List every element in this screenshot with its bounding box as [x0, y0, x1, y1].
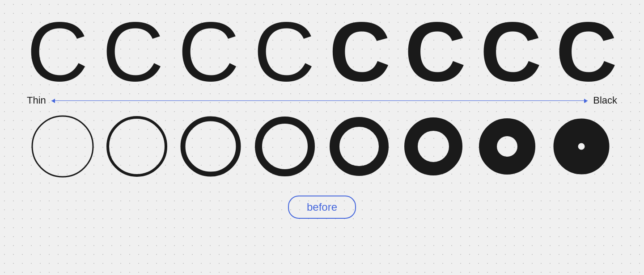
circle-item-7	[546, 111, 617, 182]
glyph-c-300: C	[178, 9, 239, 94]
circle-item-5	[398, 111, 469, 182]
glyph-c-200: C	[102, 9, 164, 94]
arrow-line	[51, 100, 588, 101]
svg-point-6	[488, 127, 526, 166]
circle-item-4	[323, 111, 395, 182]
svg-point-2	[183, 119, 238, 174]
o-circle-row	[13, 111, 631, 182]
svg-point-0	[32, 116, 93, 177]
glyph-c-700: C	[405, 9, 466, 94]
arrow-row: Thin Black	[13, 95, 631, 106]
label-black: Black	[593, 95, 617, 106]
glyph-c-900: C	[556, 9, 617, 94]
svg-point-7	[566, 131, 597, 162]
circle-item-2	[175, 111, 246, 182]
label-thin: Thin	[27, 95, 46, 106]
glyph-c-600: C	[329, 9, 390, 94]
before-button[interactable]: before	[288, 196, 356, 219]
circle-item-1	[101, 111, 173, 182]
glyph-c-800: C	[480, 9, 542, 94]
svg-point-1	[108, 117, 166, 175]
svg-point-3	[258, 120, 311, 173]
circle-item-3	[249, 111, 321, 182]
svg-point-4	[335, 122, 384, 171]
svg-point-5	[411, 124, 456, 169]
circle-item-6	[471, 111, 543, 182]
c-glyph-row: CCCCCCCC	[13, 9, 631, 94]
main-content: CCCCCCCC Thin Black before	[13, 0, 631, 219]
glyph-c-400: C	[254, 9, 315, 94]
circle-item-0	[27, 111, 98, 182]
glyph-c-100: C	[27, 9, 88, 94]
